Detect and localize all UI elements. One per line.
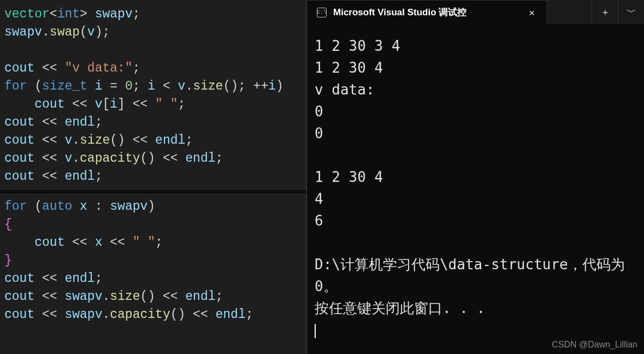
code-editor[interactable]: vector<int> swapv; swapv.swap(v); cout <… bbox=[0, 0, 306, 354]
terminal-window: c:\ Microsoft Visual Studio 调试控 ✕ ＋ ﹀ 1 … bbox=[306, 0, 644, 354]
terminal-tab[interactable]: c:\ Microsoft Visual Studio 调试控 ✕ bbox=[307, 0, 547, 24]
terminal-output[interactable]: 1 2 30 3 4 1 2 30 4 v data: 0 0 1 2 30 4… bbox=[307, 24, 644, 354]
code-block-2: for (auto x : swapv) { cout << x << " ";… bbox=[4, 198, 302, 324]
dropdown-button[interactable]: ﹀ bbox=[618, 0, 644, 24]
split-divider[interactable] bbox=[0, 189, 306, 194]
new-tab-button[interactable]: ＋ bbox=[592, 0, 618, 24]
close-icon[interactable]: ✕ bbox=[527, 4, 537, 21]
watermark: CSDN @Dawn_Lillian bbox=[552, 340, 637, 350]
title-actions: ＋ ﹀ bbox=[592, 0, 644, 24]
terminal-title-bar: c:\ Microsoft Visual Studio 调试控 ✕ ＋ ﹀ bbox=[307, 0, 644, 24]
cursor bbox=[315, 324, 316, 338]
tab-title: Microsoft Visual Studio 调试控 bbox=[333, 6, 520, 19]
terminal-icon: c:\ bbox=[317, 8, 327, 17]
code-block-1: vector<int> swapv; swapv.swap(v); cout <… bbox=[4, 5, 302, 186]
